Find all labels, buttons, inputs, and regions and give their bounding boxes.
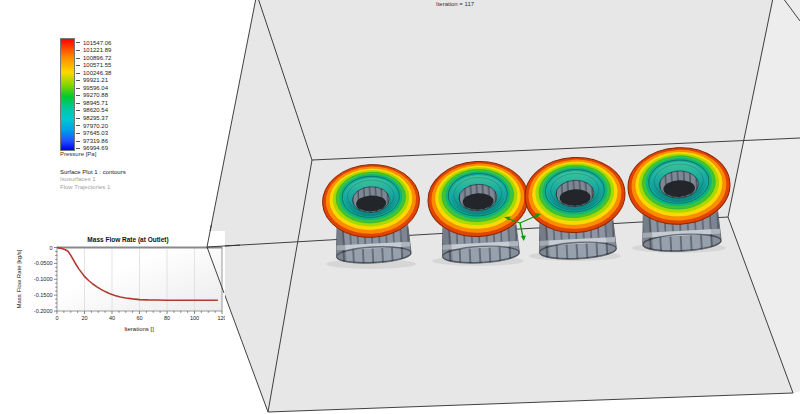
chart-title: Mass Flow Rate (at Outlet)	[87, 236, 168, 244]
plot-item-2[interactable]: Isosurfaces 1	[60, 176, 126, 183]
colorbar-tick-label: 97319.86	[76, 138, 108, 145]
svg-text:80: 80	[164, 315, 170, 321]
goal-plot-panel: Mass Flow Rate (at Outlet) Mass Flow Rat…	[8, 231, 225, 338]
colorbar-tick-label: 99596.04	[76, 85, 108, 92]
colorbar-tick-label: 98295.37	[76, 115, 108, 122]
chart-ylabel: Mass Flow Rate [kg/s]	[16, 249, 22, 308]
colorbar-tick-label: 100896.72	[76, 55, 111, 62]
svg-text:40: 40	[109, 315, 115, 321]
viewport-3d[interactable]	[0, 0, 800, 414]
svg-text:-0.2000: -0.2000	[34, 308, 53, 314]
plot-item-3[interactable]: Flow Trajectories 1	[60, 184, 126, 191]
colorbar-tick-label: 99270.88	[76, 92, 108, 99]
colorbar-tick-label: 97645.03	[76, 130, 108, 137]
svg-text:60: 60	[136, 315, 142, 321]
colorbar-tick-label: 99921.21	[76, 77, 108, 84]
colorbar-tick-label: 98620.54	[76, 107, 108, 114]
colorbar-tick-label: 100571.55	[76, 62, 111, 69]
iteration-label: Iteration = 117	[436, 1, 474, 7]
colorbar-tick-label: 101221.89	[76, 47, 111, 54]
active-plots-list: Surface Plot 1 : contoursIsosurfaces 1Fl…	[60, 169, 126, 191]
pressure-colorbar	[60, 38, 75, 151]
colorbar-tick-label: 98945.71	[76, 100, 108, 107]
chart-xlabel: Iterations []	[124, 326, 154, 332]
intake-stack-2[interactable]	[426, 159, 531, 267]
intake-stack-3[interactable]	[523, 155, 628, 263]
plot-item-1[interactable]: Surface Plot 1 : contours	[60, 169, 126, 176]
intake-stack-1[interactable]	[321, 162, 423, 266]
mass-flow-chart: Mass Flow Rate (at Outlet) Mass Flow Rat…	[8, 231, 225, 338]
svg-text:0: 0	[55, 315, 58, 321]
svg-text:-0.0500: -0.0500	[34, 260, 53, 266]
colorbar-tick-label: 100246.38	[76, 70, 111, 77]
svg-text:20: 20	[81, 315, 87, 321]
svg-text:-0.1500: -0.1500	[34, 292, 53, 298]
svg-text:100: 100	[190, 315, 199, 321]
colorbar-tick-label: 101547.06	[76, 40, 111, 47]
flow-simulation-viewport: { "header": { "iteration_label": "Iterat…	[0, 0, 800, 414]
svg-text:-0.1000: -0.1000	[34, 276, 53, 282]
pressure-unit-label: Pressure [Pa]	[60, 151, 96, 157]
svg-text:0: 0	[49, 245, 52, 251]
svg-text:120: 120	[217, 315, 225, 321]
colorbar-tick-label: 97970.20	[76, 123, 108, 130]
intake-stack-4[interactable]	[626, 145, 733, 255]
